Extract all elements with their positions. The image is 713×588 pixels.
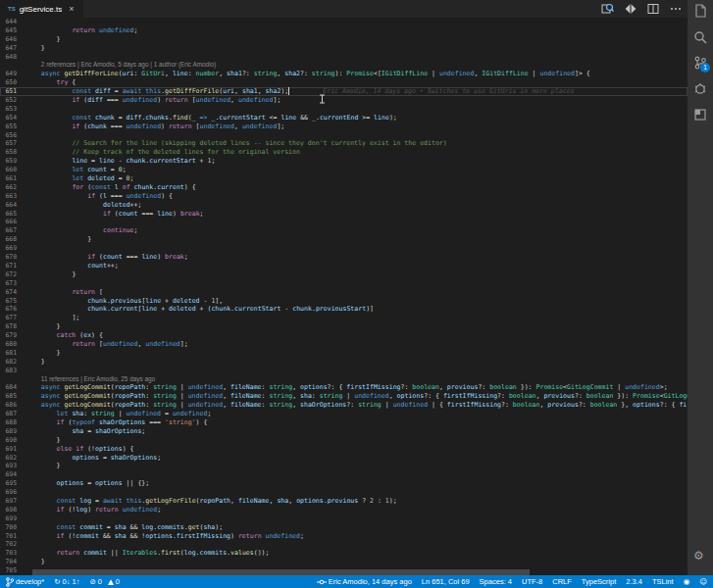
code-line[interactable]: 684async getLogCommit(repoPath: string |… — [0, 383, 688, 392]
eye-icon[interactable]: ◉ — [684, 577, 690, 586]
code-line[interactable]: 701if (!commit && sha && !options.firstI… — [0, 532, 688, 541]
code-line[interactable]: 687let sha: string | undefined = undefin… — [0, 410, 688, 418]
code-line[interactable]: 695options = options || {}; — [0, 479, 688, 488]
split-editor-icon[interactable] — [647, 3, 659, 15]
code-line[interactable]: 665if (count === line) break; — [0, 210, 688, 219]
gitlens-blame-icon[interactable] — [625, 3, 637, 15]
codelens-row[interactable]: 2 references | Eric Amodio, 5 days ago |… — [0, 61, 688, 70]
code-line[interactable]: 647} — [0, 44, 688, 53]
code-line[interactable]: 694 — [0, 470, 688, 479]
code-line[interactable]: 704} — [0, 558, 688, 566]
code-line[interactable]: 655if (chunk === undefined) return [unde… — [0, 122, 688, 131]
code-line[interactable]: 691else if (!options) { — [0, 445, 688, 454]
debug-icon[interactable] — [693, 82, 707, 96]
code-line[interactable]: 703return commit || Iterables.first(log.… — [0, 549, 688, 558]
git-sync-item[interactable]: ↻ 0↓ 1↑ — [54, 577, 79, 586]
code-line[interactable]: 697const log = await this.getLogForFile(… — [0, 497, 688, 506]
code-line[interactable]: 656 — [0, 131, 688, 140]
extensions-icon[interactable] — [693, 108, 707, 122]
code-line[interactable]: 664deleted++; — [0, 201, 688, 210]
open-changes-icon[interactable] — [601, 3, 614, 15]
tab-gitservice[interactable]: TS gitService.ts × — [0, 0, 83, 18]
codelens-row[interactable]: 11 references | Eric Amodio, 25 days ago — [0, 375, 688, 384]
code-line[interactable]: 700const commit = sha && log.commits.get… — [0, 523, 688, 532]
code-editor[interactable]: 644645return undefined;646}647}6482 refe… — [0, 18, 688, 575]
line-number: 698 — [0, 506, 25, 514]
explorer-icon[interactable] — [693, 4, 707, 18]
more-actions-icon[interactable] — [670, 3, 682, 15]
codelens-link[interactable]: 2 references | Eric Amodio, 5 days ago |… — [25, 61, 216, 70]
code-line[interactable]: 681} — [0, 349, 688, 358]
code-line[interactable]: 702 — [0, 540, 688, 549]
code-line[interactable]: 683 — [0, 367, 688, 375]
code-line[interactable]: 670if (count === line) break; — [0, 253, 688, 262]
cursor-position[interactable]: Ln 651, Col 69 — [422, 577, 470, 586]
commit-icon — [317, 578, 327, 586]
code-line[interactable]: 659line = line - chunk.currentStart + 1; — [0, 157, 688, 166]
code-line[interactable]: 686async getLogCommit(repoPath: string |… — [0, 401, 688, 410]
code-line[interactable]: 678} — [0, 322, 688, 331]
code-line[interactable]: 676chunk.current[line + deleted + (chunk… — [0, 305, 688, 314]
code-line[interactable]: 692options = shaOrOptions; — [0, 454, 688, 463]
code-line[interactable]: 689sha = shaOrOptions; — [0, 427, 688, 436]
code-line[interactable]: 653 — [0, 105, 688, 114]
code-line[interactable]: 696 — [0, 488, 688, 497]
line-number: 685 — [0, 392, 25, 401]
code-line[interactable]: 662for (const l of chunk.current) { — [0, 183, 688, 192]
code-line[interactable]: 650try { — [0, 78, 688, 87]
code-line[interactable]: 657// Search for the line (skipping dele… — [0, 139, 688, 148]
problems-item[interactable]: ⊘ 0 ▲ 0 — [89, 577, 119, 586]
language-mode[interactable]: TypeScript — [582, 577, 616, 586]
code-line[interactable]: 649async getDiffForLine(uri: GitUri, lin… — [0, 70, 688, 78]
code-line[interactable]: 672} — [0, 270, 688, 279]
git-branch-item[interactable]: develop* — [6, 577, 44, 587]
code-line[interactable]: 682} — [0, 358, 688, 367]
code-line[interactable]: 674return [ — [0, 288, 688, 297]
code-line[interactable]: 677]; — [0, 314, 688, 322]
code-line[interactable]: 690} — [0, 436, 688, 445]
eol-status[interactable]: CRLF — [552, 577, 572, 586]
line-number: 667 — [0, 226, 25, 235]
code-line[interactable]: 652if (diff === undefined) return [undef… — [0, 96, 688, 105]
encoding-status[interactable]: UTF-8 — [522, 577, 542, 586]
feedback-smiley-icon[interactable]: ☺ — [699, 577, 707, 586]
code-line[interactable]: 693} — [0, 462, 688, 470]
code-line[interactable]: 688if (typeof shaOrOptions === 'string')… — [0, 418, 688, 427]
code-line[interactable]: 685async getLogCommit(repoPath: string |… — [0, 392, 688, 401]
code-line[interactable]: 666 — [0, 218, 688, 226]
code-line[interactable]: 679catch (ex) { — [0, 331, 688, 340]
tslint-status[interactable]: TSLint — [652, 577, 674, 586]
code-line[interactable]: 667continue; — [0, 226, 688, 235]
code-line[interactable]: 644 — [0, 18, 688, 26]
search-icon[interactable] — [693, 30, 707, 44]
code-line[interactable]: 648 — [0, 53, 688, 62]
settings-gear-icon[interactable]: ⚙ — [693, 549, 704, 563]
code-line[interactable]: 661let deleted = 0; — [0, 174, 688, 183]
line-number: 693 — [0, 462, 25, 470]
codelens-link[interactable]: 11 references | Eric Amodio, 25 days ago — [25, 375, 155, 384]
code-line[interactable]: 699 — [0, 514, 688, 523]
code-line[interactable]: 660let count = 0; — [0, 166, 688, 174]
code-line[interactable]: 675chunk.previous[line + deleted - 1], — [0, 297, 688, 306]
code-line[interactable]: 658// Keep track of the deleted lines fo… — [0, 148, 688, 157]
indentation-status[interactable]: Spaces: 4 — [480, 577, 512, 586]
code-line[interactable]: 645return undefined; — [0, 26, 688, 35]
tab-label: gitService.ts — [20, 5, 63, 14]
code-line[interactable]: 673 — [0, 279, 688, 288]
code-line[interactable]: 663if (l === undefined) { — [0, 192, 688, 201]
code-line[interactable]: 651const diff = await this.getDiffForFil… — [0, 87, 688, 96]
code-line[interactable]: 668} — [0, 235, 688, 244]
line-number: 684 — [0, 383, 25, 392]
typescript-file-icon: TS — [8, 6, 16, 12]
line-number: 700 — [0, 523, 25, 532]
gitlens-blame-status[interactable]: Eric Amodio, 14 days ago — [317, 577, 412, 586]
typescript-version[interactable]: 2.3.4 — [626, 577, 642, 586]
text-cursor — [288, 87, 289, 94]
code-line[interactable]: 669 — [0, 244, 688, 253]
close-tab-icon[interactable]: × — [69, 4, 74, 14]
code-line[interactable]: 671count++; — [0, 262, 688, 270]
code-line[interactable]: 646} — [0, 35, 688, 44]
code-line[interactable]: 654const chunk = diff.chunks.find(_ => _… — [0, 114, 688, 122]
code-line[interactable]: 698if (!log) return undefined; — [0, 506, 688, 514]
code-line[interactable]: 680return [undefined, undefined]; — [0, 340, 688, 349]
